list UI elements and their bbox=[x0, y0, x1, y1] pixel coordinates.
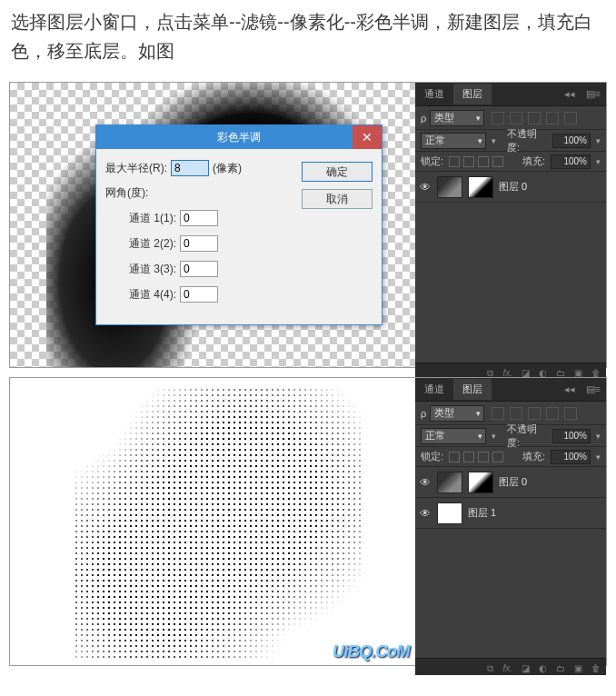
fill-label: 填充: bbox=[522, 154, 545, 168]
color-halftone-dialog: 彩色半调 ✕ 最大半径(R): (像素) 网角(度): 通道 1(1): bbox=[95, 124, 383, 325]
layer-row-1[interactable]: 👁 图层 1 bbox=[415, 498, 606, 529]
lock-transparency-icon-2[interactable] bbox=[449, 452, 460, 462]
filter-pixel-icon-2[interactable] bbox=[492, 407, 504, 420]
panel-collapse-icon-2[interactable]: ◂◂ bbox=[559, 383, 581, 395]
mask-thumbnail[interactable] bbox=[468, 176, 493, 198]
channel1-label: 通道 1(1): bbox=[129, 211, 176, 226]
canvas-area-2[interactable]: UiBQ.CoM bbox=[10, 378, 415, 665]
tab-layers-2[interactable]: 图层 bbox=[453, 379, 492, 400]
layer-list: 👁 图层 0 bbox=[415, 172, 606, 363]
mask-icon-2[interactable]: ◪ bbox=[522, 663, 530, 673]
channel1-input[interactable] bbox=[180, 210, 218, 226]
dialog-body: 最大半径(R): (像素) 网角(度): 通道 1(1): 通道 2(2): bbox=[96, 149, 382, 324]
max-radius-input[interactable] bbox=[171, 160, 209, 176]
blend-row: 正常 ▾ 不透明度: 100% ▾ bbox=[415, 130, 606, 152]
mask-thumbnail-0b[interactable] bbox=[468, 472, 493, 493]
opacity-value[interactable]: 100% bbox=[552, 134, 591, 148]
layer-row-0b[interactable]: 👁 图层 0 bbox=[415, 467, 606, 498]
fill-value[interactable]: 100% bbox=[551, 154, 591, 169]
lock-position-icon-2[interactable] bbox=[478, 452, 489, 462]
fill-label-2: 填充: bbox=[522, 450, 545, 463]
instruction-text: 选择图层小窗口，点击菜单--滤镜--像素化--彩色半调，新建图层，填充白色，移至… bbox=[0, 0, 616, 73]
screenshot-1: 彩色半调 ✕ 最大半径(R): (像素) 网角(度): 通道 1(1): bbox=[9, 82, 607, 368]
trash-icon-2[interactable]: 🗑 bbox=[591, 663, 601, 673]
search-icon-2[interactable]: ρ bbox=[421, 408, 426, 419]
adjustment-icon-2[interactable]: ◐ bbox=[539, 663, 547, 673]
layer-name-0b[interactable]: 图层 0 bbox=[499, 475, 527, 489]
screenshot-2: UiBQ.CoM 通道 图层 ◂◂ ▤≡ ρ 类型 正常 ▾ 不透明度: bbox=[9, 377, 607, 666]
filter-adjust-icon-2[interactable] bbox=[510, 407, 522, 420]
watermark: UiBQ.CoM bbox=[333, 642, 410, 661]
blend-mode-dropdown-2[interactable]: 正常 bbox=[421, 428, 486, 444]
layers-panel: 通道 图层 ◂◂ ▤≡ ρ 类型 正常 ▾ 不透明度: 100% ▾ bbox=[415, 83, 606, 367]
visibility-icon[interactable]: 👁 bbox=[419, 181, 432, 194]
channel3-label: 通道 3(3): bbox=[129, 262, 176, 277]
filter-kind-dropdown[interactable]: 类型 bbox=[430, 110, 484, 126]
panel-footer-2: ⧉ fx. ◪ ◐ 🗀 ▣ 🗑 bbox=[415, 658, 606, 675]
cancel-button[interactable]: 取消 bbox=[302, 189, 373, 209]
filter-adjust-icon[interactable] bbox=[510, 112, 522, 124]
visibility-icon-1[interactable]: 👁 bbox=[419, 507, 432, 520]
blend-mode-dropdown[interactable]: 正常 bbox=[421, 133, 486, 149]
tab-channels[interactable]: 通道 bbox=[415, 84, 453, 104]
channel2-input[interactable] bbox=[180, 235, 218, 252]
filter-shape-icon-2[interactable] bbox=[546, 407, 559, 420]
layer-list-2: 👁 图层 0 👁 图层 1 bbox=[415, 467, 606, 658]
filter-shape-icon[interactable] bbox=[546, 112, 559, 124]
max-radius-label: 最大半径(R): bbox=[105, 161, 167, 176]
lock-label-2: 锁定: bbox=[421, 450, 443, 463]
lock-row-2: 锁定: 填充: 100% ▾ bbox=[415, 447, 606, 467]
dialog-fields: 最大半径(R): (像素) 网角(度): 通道 1(1): 通道 2(2): bbox=[105, 160, 302, 312]
layers-panel-2: 通道 图层 ◂◂ ▤≡ ρ 类型 正常 ▾ 不透明度: 100% ▾ bbox=[415, 378, 606, 665]
lock-pixels-icon-2[interactable] bbox=[463, 452, 474, 462]
opacity-label: 不透明度: bbox=[507, 127, 547, 154]
pixel-unit-label: (像素) bbox=[213, 161, 242, 176]
channel3-input[interactable] bbox=[180, 261, 218, 277]
tab-layers[interactable]: 图层 bbox=[453, 84, 492, 104]
folder-icon-2[interactable]: 🗀 bbox=[556, 663, 565, 673]
layer-thumbnail-1[interactable] bbox=[437, 502, 462, 524]
layer-name[interactable]: 图层 0 bbox=[499, 180, 527, 194]
layer-row-0[interactable]: 👁 图层 0 bbox=[415, 172, 606, 203]
lock-transparency-icon[interactable] bbox=[449, 156, 460, 167]
filter-type-icon[interactable] bbox=[528, 112, 541, 124]
panel-tabs-2: 通道 图层 ◂◂ ▤≡ bbox=[415, 378, 606, 402]
fx-icon-2[interactable]: fx. bbox=[502, 663, 512, 673]
visibility-icon-0b[interactable]: 👁 bbox=[419, 476, 432, 489]
lock-position-icon[interactable] bbox=[478, 156, 489, 167]
panel-menu-icon-2[interactable]: ▤≡ bbox=[581, 383, 606, 395]
lock-all-icon-2[interactable] bbox=[492, 452, 503, 462]
grid-angle-label: 网角(度): bbox=[105, 185, 148, 201]
fill-value-2[interactable]: 100% bbox=[551, 450, 591, 464]
close-icon[interactable]: ✕ bbox=[353, 125, 382, 149]
panel-collapse-icon[interactable]: ◂◂ bbox=[559, 88, 581, 100]
search-icon[interactable]: ρ bbox=[421, 113, 426, 124]
filter-type-icon-2[interactable] bbox=[528, 407, 541, 420]
lock-label: 锁定: bbox=[421, 154, 443, 168]
layer-name-1[interactable]: 图层 1 bbox=[468, 506, 496, 520]
filter-kind-dropdown-2[interactable]: 类型 bbox=[430, 405, 484, 422]
halftone-figure bbox=[74, 387, 364, 660]
channel4-input[interactable] bbox=[180, 286, 218, 303]
dialog-titlebar[interactable]: 彩色半调 ✕ bbox=[96, 125, 382, 149]
channel2-label: 通道 2(2): bbox=[129, 236, 176, 252]
filter-pixel-icon[interactable] bbox=[492, 112, 504, 124]
dialog-buttons: 确定 取消 bbox=[302, 160, 373, 312]
tab-channels-2[interactable]: 通道 bbox=[415, 379, 453, 400]
link-icon-2[interactable]: ⧉ bbox=[487, 663, 493, 674]
new-layer-icon-2[interactable]: ▣ bbox=[574, 663, 582, 673]
ok-button[interactable]: 确定 bbox=[302, 162, 373, 182]
lock-pixels-icon[interactable] bbox=[463, 156, 474, 167]
channel4-label: 通道 4(4): bbox=[129, 287, 176, 303]
canvas-area[interactable]: 彩色半调 ✕ 最大半径(R): (像素) 网角(度): 通道 1(1): bbox=[10, 83, 415, 367]
filter-smart-icon-2[interactable] bbox=[564, 407, 577, 420]
layer-thumbnail[interactable] bbox=[437, 176, 462, 198]
filter-smart-icon[interactable] bbox=[564, 112, 577, 124]
lock-row: 锁定: 填充: 100% ▾ bbox=[415, 152, 606, 172]
panel-menu-icon[interactable]: ▤≡ bbox=[581, 88, 606, 100]
layer-thumbnail-0b[interactable] bbox=[437, 472, 462, 493]
lock-all-icon[interactable] bbox=[492, 156, 503, 167]
opacity-value-2[interactable]: 100% bbox=[552, 429, 591, 443]
blend-row-2: 正常 ▾ 不透明度: 100% ▾ bbox=[415, 425, 606, 447]
opacity-label-2: 不透明度: bbox=[507, 423, 547, 450]
